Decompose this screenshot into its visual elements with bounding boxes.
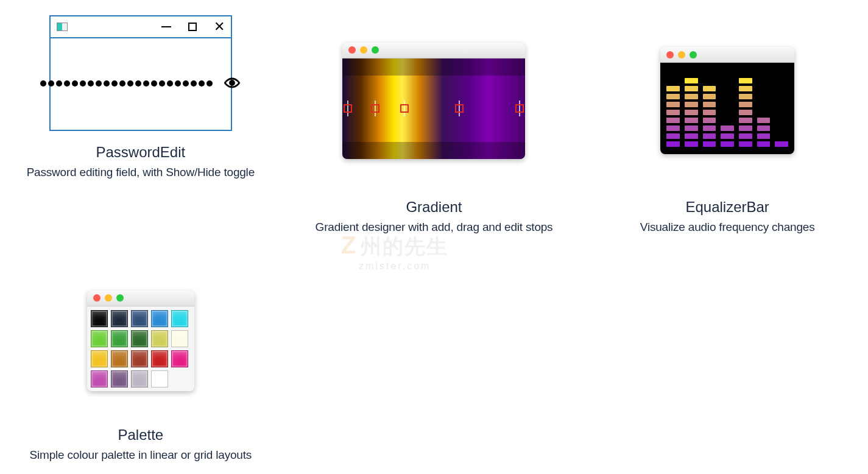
traffic-light-minimize-icon (360, 46, 367, 54)
palette-swatch (171, 330, 188, 347)
palette-swatch (131, 310, 148, 327)
thumb-palette (87, 258, 194, 423)
equalizer-column (703, 86, 716, 147)
card-gradient[interactable]: Gradient Gradient designer with add, dra… (306, 6, 563, 234)
thumb-gradient (342, 6, 525, 195)
traffic-light-close-icon (348, 46, 356, 54)
palette-swatch (91, 310, 108, 327)
palette-body (87, 306, 194, 391)
traffic-light-minimize-icon (678, 51, 685, 58)
card-description: Visualize audio frequency changes (640, 221, 815, 234)
mac-titlebar (342, 43, 525, 58)
traffic-light-zoom-icon (372, 46, 379, 54)
gradient-stop-handle (455, 104, 464, 113)
card-title: PasswordEdit (96, 144, 185, 161)
card-description: Simple colour palette in linear or grid … (30, 448, 252, 462)
palette-grid (91, 310, 191, 387)
equalizer-column (757, 118, 771, 147)
card-description: Gradient designer with add, drag and edi… (316, 221, 553, 234)
card-description: Password editing field, with Show/Hide t… (27, 166, 255, 179)
card-palette[interactable]: Palette Simple colour palette in linear … (12, 258, 269, 462)
thumb-equalizer (660, 6, 794, 195)
windows-titlebar: ✕ (51, 16, 231, 38)
mac-window (87, 291, 194, 391)
thumb-passwordedit: ✕ (49, 6, 232, 140)
traffic-light-close-icon (666, 51, 674, 58)
traffic-light-zoom-icon (690, 51, 697, 58)
palette-swatch (151, 370, 168, 387)
mac-titlebar (87, 291, 194, 306)
palette-swatch (151, 350, 168, 367)
close-icon: ✕ (214, 20, 225, 34)
gradient-stop-handle (515, 104, 524, 113)
eye-icon (224, 74, 241, 94)
palette-swatch (171, 350, 188, 367)
card-title: EqualizerBar (685, 199, 769, 216)
mac-window (342, 43, 525, 159)
card-passwordedit[interactable]: ✕ PasswordEdit Password editing field, w… (12, 6, 269, 234)
gradient-stop-handle (400, 104, 409, 113)
mac-window (660, 47, 794, 154)
equalizer-column (721, 126, 734, 147)
minimize-icon (161, 26, 171, 27)
svg-point-0 (230, 81, 235, 85)
windows-window: ✕ (49, 15, 232, 131)
palette-swatch (131, 370, 148, 387)
card-title: Gradient (406, 199, 462, 216)
palette-swatch (91, 350, 108, 367)
card-title: Palette (118, 426, 163, 444)
palette-swatch (111, 310, 128, 327)
palette-swatch (151, 330, 168, 347)
traffic-light-minimize-icon (105, 294, 112, 302)
equalizer-column (685, 78, 698, 147)
palette-swatch (91, 330, 108, 347)
mac-titlebar (660, 47, 794, 63)
palette-swatch (151, 310, 168, 327)
traffic-light-zoom-icon (116, 294, 124, 302)
palette-swatch (171, 310, 188, 327)
palette-swatch (111, 350, 128, 367)
gradient-stop-handle (344, 104, 352, 113)
equalizer-column (739, 78, 752, 147)
password-dots (40, 80, 213, 88)
maximize-icon (188, 23, 197, 31)
equalizer-canvas (660, 63, 794, 154)
equalizer-column (775, 141, 788, 147)
palette-swatch (111, 370, 128, 387)
app-icon (57, 23, 68, 31)
traffic-light-close-icon (93, 294, 101, 302)
gradient-stop-handle (371, 104, 379, 113)
equalizer-column (666, 86, 680, 147)
palette-swatch (131, 330, 148, 347)
card-equalizerbar[interactable]: EqualizerBar Visualize audio frequency c… (599, 6, 856, 234)
gradient-canvas (342, 58, 525, 159)
palette-swatch (131, 350, 148, 367)
password-field-body (51, 38, 231, 130)
palette-swatch (91, 370, 108, 387)
palette-swatch (111, 330, 128, 347)
